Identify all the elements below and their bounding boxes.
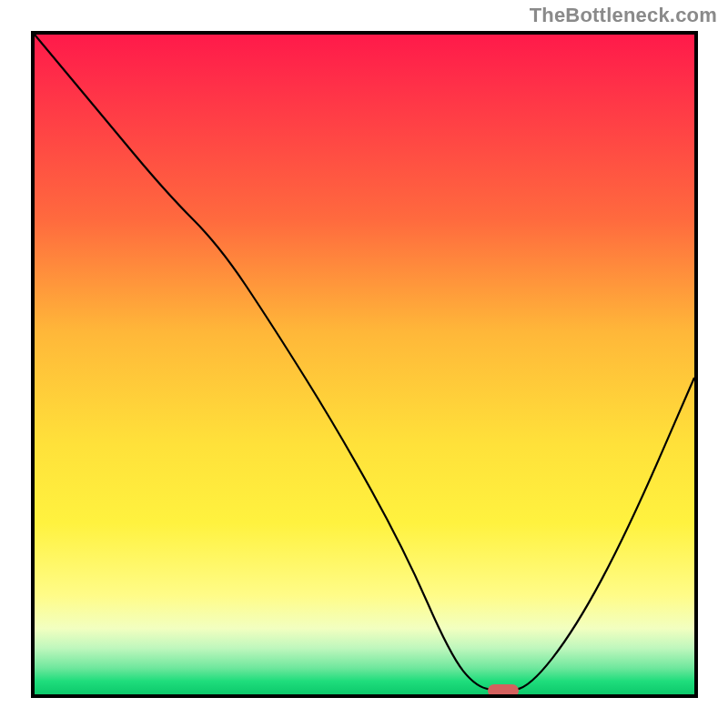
chart-plot-area xyxy=(31,31,698,698)
optimal-marker xyxy=(488,684,519,697)
chart-background-gradient xyxy=(35,35,694,694)
watermark-text: TheBottleneck.com xyxy=(530,4,717,27)
